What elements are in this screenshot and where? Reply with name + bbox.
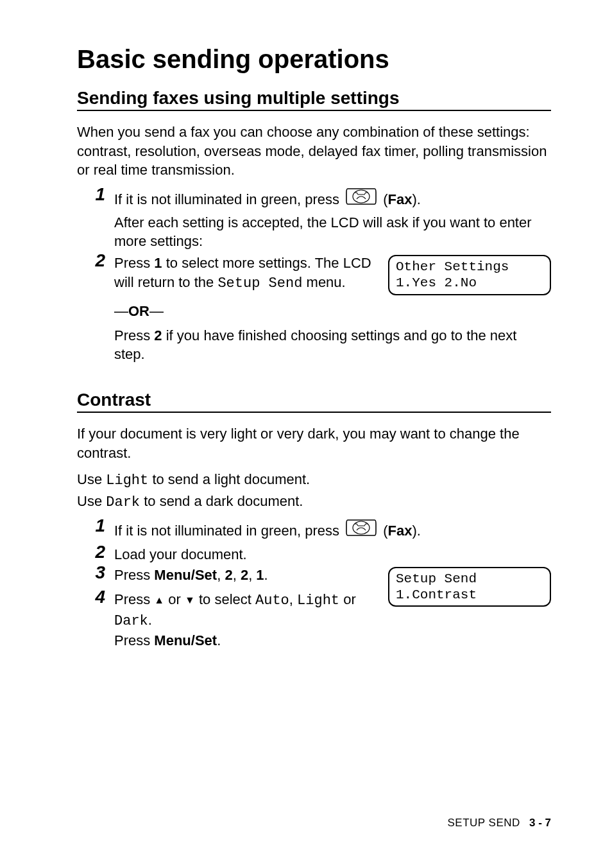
step4-b: or: [164, 591, 185, 607]
step2-a: Press: [114, 255, 154, 271]
step4-dark: Dark: [114, 613, 148, 629]
use-light-a: Use: [77, 471, 106, 487]
use-dark-b: to send a dark document.: [140, 493, 303, 509]
step4-auto: Auto: [255, 593, 289, 609]
step-number: 2: [77, 542, 114, 562]
step-2: 2 Load your document.: [77, 545, 551, 564]
step2-alt-a: Press: [114, 327, 154, 343]
section1-intro: When you send a fax you can choose any c…: [77, 123, 551, 180]
or-word: OR: [128, 303, 149, 319]
step-number: 1: [77, 185, 114, 205]
step-number: 1: [77, 516, 114, 536]
or-separator: —OR—: [114, 303, 551, 320]
step3-k1: 2: [225, 567, 232, 583]
step-number: 3: [77, 563, 114, 583]
lcd-line1: Setup Send: [396, 571, 477, 586]
section-heading-sending-faxes: Sending faxes using multiple settings: [77, 88, 551, 111]
step2-key-1: 1: [154, 255, 162, 271]
fax-icon: [345, 517, 377, 543]
step3-sep1: ,: [217, 567, 225, 583]
press-menu-set: Menu/Set: [154, 632, 217, 648]
dash: —: [149, 303, 164, 319]
c-step1-fax-word: Fax: [388, 522, 412, 538]
section1-steps: 1 If it is not illuminated in green, pre…: [77, 187, 551, 364]
use-dark-a: Use: [77, 493, 106, 509]
step3-sep2: ,: [233, 567, 241, 583]
step-body: Press ▲ or ▼ to select Auto, Light or Da…: [114, 590, 390, 650]
down-arrow-icon: ▼: [185, 593, 195, 607]
footer-page-number: 3 - 7: [529, 817, 551, 829]
step1-continuation: After each setting is accepted, the LCD …: [114, 213, 551, 251]
step1-text-prefix: If it is not illuminated in green, press: [114, 191, 343, 207]
section2-intro: If your document is very light or very d…: [77, 424, 551, 462]
lcd-line1: Other Settings: [396, 259, 509, 274]
footer-chapter: SETUP SEND: [447, 817, 520, 829]
lcd-display-setup-send: Setup Send 1.Contrast: [388, 567, 551, 607]
dash: —: [114, 303, 128, 319]
use-dark-mono: Dark: [106, 494, 140, 510]
step1-fax-open: (: [383, 191, 387, 207]
step4-end: .: [148, 612, 152, 628]
step1-fax-close: ).: [412, 191, 420, 207]
step-1: 1 If it is not illuminated in green, pre…: [77, 187, 551, 251]
step3-end: .: [264, 567, 268, 583]
use-light-line: Use Light to send a light document.: [77, 470, 551, 490]
step-body: If it is not illuminated in green, press…: [114, 187, 551, 251]
c-step1-fax-close: ).: [412, 522, 420, 538]
press-end: .: [217, 632, 221, 648]
step2-alt: Press 2 if you have finished choosing se…: [114, 326, 551, 364]
page-footer: SETUP SEND 3 - 7: [447, 817, 551, 829]
use-dark-line: Use Dark to send a dark document.: [77, 492, 551, 512]
step4-light: Light: [297, 593, 339, 609]
step3-a: Press: [114, 567, 154, 583]
step-number: 4: [77, 587, 114, 607]
section-contrast: Contrast If your document is very light …: [77, 390, 551, 650]
lcd-line2: 1.Yes 2.No: [396, 275, 477, 290]
step3-k3: 1: [256, 567, 264, 583]
step-1: 1 If it is not illuminated in green, pre…: [77, 519, 551, 544]
use-light-mono: Light: [106, 473, 148, 489]
page: Basic sending operations Sending faxes u…: [0, 0, 612, 868]
step-body: If it is not illuminated in green, press…: [114, 519, 551, 544]
step-number: 2: [77, 251, 114, 271]
lcd-line2: 1.Contrast: [396, 587, 477, 602]
up-arrow-icon: ▲: [154, 593, 164, 607]
step1-fax-word: Fax: [388, 191, 412, 207]
step4-a: Press: [114, 591, 154, 607]
step4-d: or: [339, 591, 356, 607]
step2-c: menu.: [302, 274, 345, 290]
c-step1-fax-open: (: [383, 522, 387, 538]
step2-mono: Setup Send: [217, 275, 302, 291]
step3-sep3: ,: [248, 567, 256, 583]
section-heading-contrast: Contrast: [77, 390, 551, 413]
step2-key-2: 2: [154, 327, 162, 343]
step-2: 2 Press 1 to select more settings. The L…: [77, 254, 551, 295]
press-a: Press: [114, 632, 154, 648]
c-step1-prefix: If it is not illuminated in green, press: [114, 522, 343, 538]
step3-k2: 2: [241, 567, 248, 583]
step4-c: to select: [195, 591, 255, 607]
step-body: Press 1 to select more settings. The LCD…: [114, 254, 551, 295]
lcd-display-other-settings: Other Settings 1.Yes 2.No: [388, 255, 551, 295]
step4-sep: ,: [289, 591, 297, 607]
step-body: Load your document.: [114, 545, 551, 564]
step3-menu-set: Menu/Set: [154, 567, 217, 583]
page-title: Basic sending operations: [77, 45, 551, 74]
use-light-b: to send a light document.: [148, 471, 310, 487]
fax-icon: [345, 186, 377, 212]
step2-alt-b: if you have finished choosing settings a…: [114, 327, 516, 363]
step4-press-line: Press Menu/Set.: [114, 631, 390, 650]
